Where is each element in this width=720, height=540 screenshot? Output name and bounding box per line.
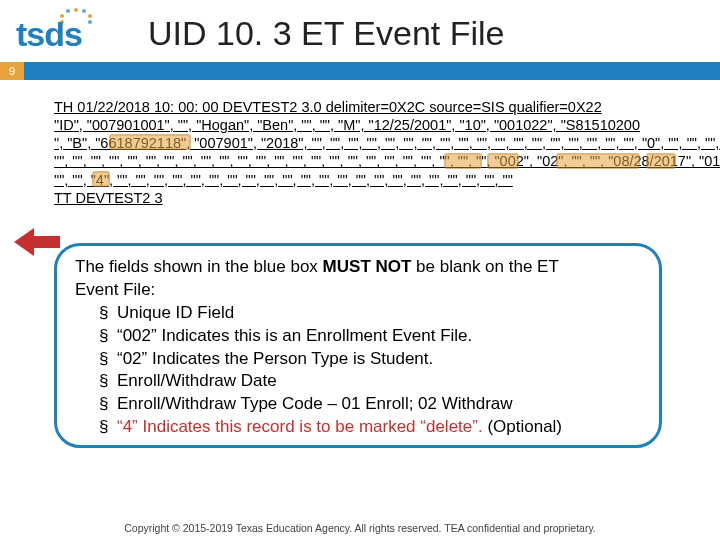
list-item: Enroll/Withdraw Type Code – 01 Enroll; 0… [99, 393, 641, 416]
highlight-marker [92, 171, 110, 187]
highlight-marker [109, 134, 191, 150]
content-area: TH 01/22/2018 10: 00: 00 DEVTEST2 3.0 de… [0, 80, 720, 452]
blue-bar [24, 62, 720, 80]
slide: tsds UID 10. 3 ET Event File 9 TH 01/22/… [0, 0, 720, 540]
page-number: 9 [0, 62, 24, 80]
list-item: Enroll/Withdraw Date [99, 370, 641, 393]
list-item: Unique ID Field [99, 302, 641, 325]
list-item: “002” Indicates this is an Enrollment Ev… [99, 325, 641, 348]
code-line: "", "", "4", "", "", "", "", "", "", "",… [54, 171, 680, 189]
info-intro: The fields shown in the blue box MUST NO… [75, 256, 641, 302]
list-item: “02” Indicates the Person Type is Studen… [99, 348, 641, 371]
code-line: TH 01/22/2018 10: 00: 00 DEVTEST2 3.0 de… [54, 98, 680, 116]
code-line: "ID", "007901001", "", "Hogan", "Ben", "… [54, 116, 680, 134]
red-arrow-icon [14, 228, 60, 256]
highlight-marker [444, 153, 482, 169]
code-line: TT DEVTEST2 3 [54, 189, 680, 207]
logo-text: tsds [16, 15, 82, 54]
highlight-marker [556, 153, 640, 169]
slide-header: tsds UID 10. 3 ET Event File [0, 0, 720, 62]
slide-title: UID 10. 3 ET Event File [148, 14, 505, 53]
accent-bar: 9 [0, 62, 720, 80]
info-list: Unique ID Field “002” Indicates this is … [99, 302, 641, 440]
copyright-text: Copyright © 2015-2019 Texas Education Ag… [36, 522, 684, 534]
list-item: “4” Indicates this record is to be marke… [99, 416, 641, 439]
highlight-marker [487, 153, 519, 169]
highlight-marker [646, 153, 676, 169]
info-box: The fields shown in the blue box MUST NO… [54, 243, 662, 449]
code-block: TH 01/22/2018 10: 00: 00 DEVTEST2 3.0 de… [54, 98, 680, 207]
tsds-logo: tsds [16, 8, 136, 58]
